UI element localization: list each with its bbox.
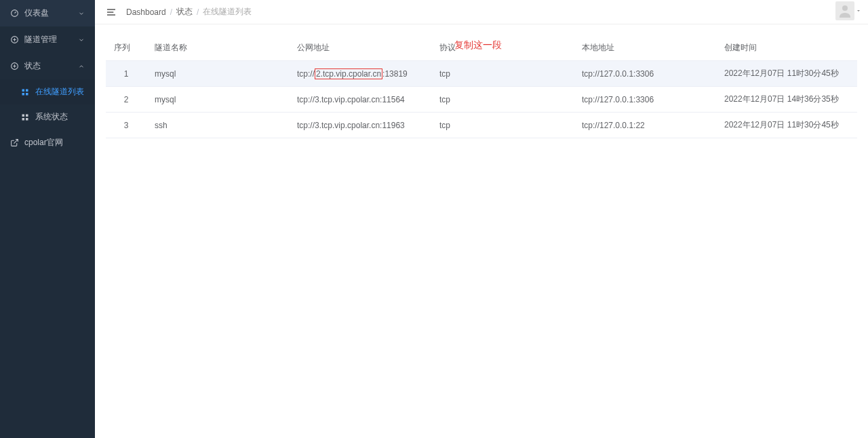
table-row[interactable]: 2mysqltcp://3.tcp.vip.cpolar.cn:11564tcp… xyxy=(106,87,857,113)
cell-public-address: tcp://2.tcp.vip.cpolar.cn:13819 xyxy=(289,61,431,87)
cell-local-address: tcp://127.0.0.1:22 xyxy=(574,113,716,138)
th-public: 公网地址 xyxy=(289,35,431,61)
svg-rect-3 xyxy=(22,89,25,92)
cell-name: ssh xyxy=(146,113,289,138)
table-row[interactable]: 3sshtcp://3.tcp.vip.cpolar.cn:11963tcptc… xyxy=(106,113,857,138)
sidebar-item-tunnel-mgmt[interactable]: 隧道管理 xyxy=(0,26,95,53)
highlight-box: 2.tcp.vip.cpolar.cn xyxy=(315,68,382,79)
svg-rect-10 xyxy=(26,118,28,121)
th-created: 创建时间 xyxy=(716,35,857,61)
table-row[interactable]: 1mysqltcp://2.tcp.vip.cpolar.cn:13819tcp… xyxy=(106,61,857,87)
sidebar-item-status[interactable]: 状态 xyxy=(0,53,95,79)
svg-rect-7 xyxy=(22,114,25,117)
svg-rect-9 xyxy=(22,118,25,121)
sidebar: 仪表盘 隧道管理 状态 xyxy=(0,0,95,438)
sidebar-subitem-online-tunnels[interactable]: 在线隧道列表 xyxy=(0,79,95,104)
breadcrumb: Dashboard / 状态 / 在线隧道列表 xyxy=(126,6,252,18)
th-protocol: 协议 xyxy=(431,35,574,61)
dashboard-icon xyxy=(9,9,19,18)
cell-index: 1 xyxy=(106,61,146,87)
plus-circle-icon xyxy=(9,35,19,45)
external-link-icon xyxy=(9,138,19,148)
sidebar-item-label: cpolar官网 xyxy=(24,137,85,148)
cell-created: 2022年12月07日 14时36分35秒 xyxy=(716,87,857,113)
breadcrumb-separator: / xyxy=(170,7,172,17)
cell-protocol: tcp xyxy=(431,61,574,87)
cell-public-address: tcp://3.tcp.vip.cpolar.cn:11963 xyxy=(289,113,431,138)
cell-name: mysql xyxy=(146,61,289,87)
sidebar-item-cpolar-site[interactable]: cpolar官网 xyxy=(0,130,95,156)
sidebar-item-label: 隧道管理 xyxy=(24,34,77,45)
sidebar-subitem-system-status[interactable]: 系统状态 xyxy=(0,104,95,130)
cell-public-address: tcp://3.tcp.vip.cpolar.cn:11564 xyxy=(289,87,431,113)
user-menu[interactable] xyxy=(835,1,861,20)
grid-icon xyxy=(20,113,30,122)
chevron-down-icon xyxy=(77,36,85,44)
breadcrumb-item[interactable]: Dashboard xyxy=(126,7,166,17)
plus-circle-icon xyxy=(9,62,19,71)
cell-index: 3 xyxy=(106,113,146,138)
sidebar-item-label: 状态 xyxy=(24,60,77,72)
breadcrumb-current: 在线隧道列表 xyxy=(203,6,252,18)
cell-protocol: tcp xyxy=(431,87,574,113)
cell-local-address: tcp://127.0.0.1:3306 xyxy=(574,61,716,87)
topbar: Dashboard / 状态 / 在线隧道列表 xyxy=(95,0,868,24)
sidebar-subitem-label: 在线隧道列表 xyxy=(35,86,84,98)
cell-protocol: tcp xyxy=(431,113,574,138)
breadcrumb-item[interactable]: 状态 xyxy=(176,6,193,18)
tunnel-table: 序列 隧道名称 公网地址 协议 本地地址 创建时间 1mysqltcp://2.… xyxy=(106,35,857,138)
main-area: Dashboard / 状态 / 在线隧道列表 复制这一段 序列 xyxy=(95,0,868,438)
sidebar-subitem-label: 系统状态 xyxy=(35,111,68,123)
sidebar-toggle-button[interactable] xyxy=(106,7,117,18)
cell-name: mysql xyxy=(146,87,289,113)
caret-down-icon xyxy=(856,8,861,14)
svg-rect-5 xyxy=(22,93,25,96)
cell-local-address: tcp://127.0.0.1:3306 xyxy=(574,87,716,113)
cell-created: 2022年12月07日 11时30分45秒 xyxy=(716,61,857,87)
avatar xyxy=(835,1,854,20)
svg-rect-4 xyxy=(26,89,28,92)
svg-rect-6 xyxy=(26,93,28,96)
grid-icon xyxy=(20,87,30,97)
th-index: 序列 xyxy=(106,35,146,61)
cell-created: 2022年12月07日 11时30分45秒 xyxy=(716,113,857,138)
chevron-up-icon xyxy=(77,62,85,71)
breadcrumb-separator: / xyxy=(197,7,199,17)
svg-rect-8 xyxy=(26,114,28,117)
chevron-down-icon xyxy=(77,9,85,18)
cell-index: 2 xyxy=(106,87,146,113)
th-local: 本地地址 xyxy=(574,35,716,61)
sidebar-item-label: 仪表盘 xyxy=(24,7,77,19)
th-name: 隧道名称 xyxy=(146,35,289,61)
svg-point-11 xyxy=(842,5,848,11)
sidebar-item-dashboard[interactable]: 仪表盘 xyxy=(0,0,95,26)
content: 复制这一段 序列 隧道名称 公网地址 协议 本地地址 创建时间 1mysqltc… xyxy=(95,24,868,438)
